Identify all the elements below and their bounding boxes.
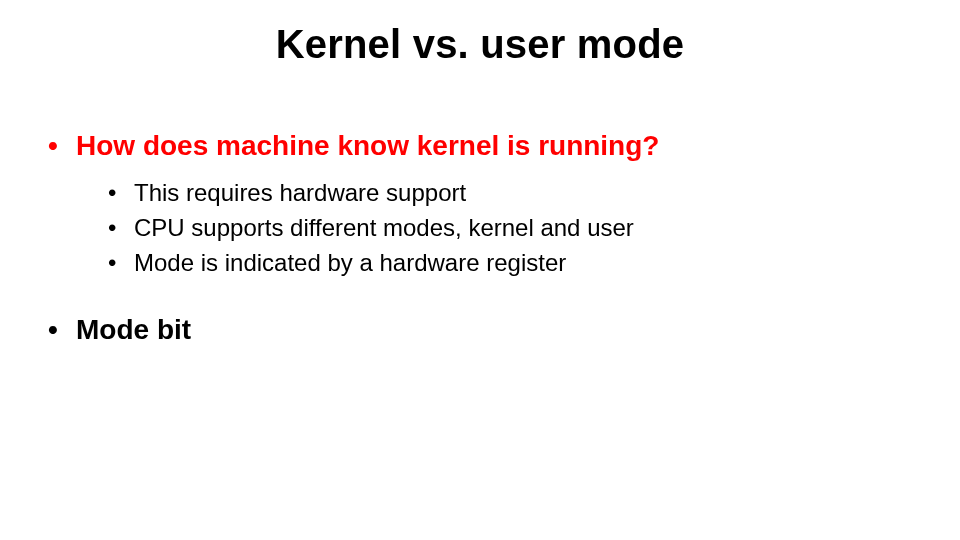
bullet-level2: • This requires hardware support [108,176,912,211]
bullet-level1: • Mode bit [48,314,912,346]
sub-list: • This requires hardware support • CPU s… [108,176,912,280]
bullet-text: CPU supports different modes, kernel and… [134,211,634,246]
bullet-level1: • How does machine know kernel is runnin… [48,130,912,162]
slide-body: • How does machine know kernel is runnin… [48,130,912,360]
bullet-text: Mode bit [76,314,191,346]
bullet-icon: • [48,130,76,162]
bullet-icon: • [108,211,134,246]
bullet-icon: • [108,246,134,281]
bullet-text: Mode is indicated by a hardware register [134,246,566,281]
bullet-level2: • Mode is indicated by a hardware regist… [108,246,912,281]
bullet-icon: • [108,176,134,211]
bullet-level2: • CPU supports different modes, kernel a… [108,211,912,246]
slide-title: Kernel vs. user mode [0,22,960,67]
bullet-text: This requires hardware support [134,176,466,211]
bullet-text: How does machine know kernel is running? [76,130,659,162]
slide: Kernel vs. user mode • How does machine … [0,0,960,540]
bullet-icon: • [48,314,76,346]
